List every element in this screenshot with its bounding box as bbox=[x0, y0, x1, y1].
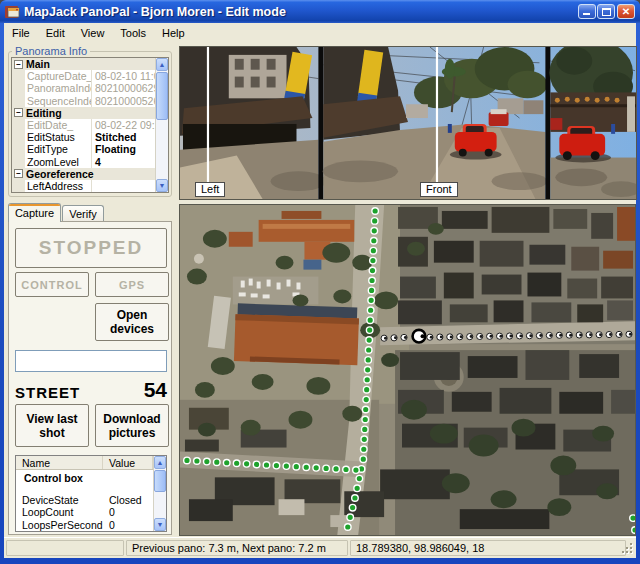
menu-item-edit[interactable]: Edit bbox=[38, 23, 73, 43]
property-category-editing[interactable]: −Editing bbox=[12, 107, 155, 119]
property-row-sequenceindex[interactable]: SequenceIndex80210000526 bbox=[12, 95, 155, 107]
route-upcoming-branch-dot[interactable] bbox=[313, 465, 320, 472]
menu-item-help[interactable]: Help bbox=[154, 23, 193, 43]
route-upcoming-branch-dot[interactable] bbox=[283, 463, 290, 470]
maximize-button[interactable] bbox=[597, 4, 615, 19]
route-upcoming-vertical-dot[interactable] bbox=[367, 307, 374, 314]
route-upcoming-vertical-dot[interactable] bbox=[364, 376, 371, 383]
route-captured-right-dot[interactable] bbox=[477, 333, 483, 339]
route-upcoming-vertical-dot[interactable] bbox=[362, 416, 369, 423]
route-upcoming-vertical-dot[interactable] bbox=[372, 208, 379, 215]
route-upcoming-vertical-dot[interactable] bbox=[362, 406, 369, 413]
route-upcoming-vertical-dot[interactable] bbox=[365, 357, 372, 364]
download-pictures-button[interactable]: Download pictures bbox=[95, 404, 169, 447]
route-upcoming-branch-dot[interactable] bbox=[333, 466, 340, 473]
route-captured-right-dot[interactable] bbox=[487, 333, 493, 339]
route-captured-right-dot[interactable] bbox=[427, 334, 433, 340]
route-upcoming-vertical-dot[interactable] bbox=[368, 297, 375, 304]
route-captured-right-dot[interactable] bbox=[616, 331, 622, 337]
route-captured-right-dot[interactable] bbox=[576, 332, 582, 338]
route-upcoming-vertical-dot[interactable] bbox=[363, 396, 370, 403]
current-pano-marker-dot[interactable] bbox=[413, 330, 426, 343]
route-upcoming-branch-dot[interactable] bbox=[204, 458, 211, 465]
property-grid[interactable]: −MainCaptureDate_08-02-10 11:08:19Panora… bbox=[11, 57, 169, 193]
route-upcoming-vertical-dot[interactable] bbox=[347, 514, 354, 521]
property-value[interactable]: 4 bbox=[92, 156, 155, 168]
route-upcoming-vertical-dot[interactable] bbox=[367, 317, 374, 324]
route-upcoming-vertical-dot[interactable] bbox=[370, 247, 377, 254]
route-upcoming-vertical-dot[interactable] bbox=[361, 436, 368, 443]
route-upcoming-branch-dot[interactable] bbox=[253, 461, 260, 468]
route-upcoming-vertical-dot[interactable] bbox=[361, 426, 368, 433]
collapse-icon[interactable]: − bbox=[14, 108, 23, 117]
route-upcoming-vertical-dot[interactable] bbox=[344, 524, 351, 531]
route-upcoming-branch-dot[interactable] bbox=[214, 459, 221, 466]
menu-item-tools[interactable]: Tools bbox=[112, 23, 154, 43]
stopped-button[interactable]: STOPPED bbox=[15, 228, 167, 268]
property-row-editdate[interactable]: EditDate_08-02-22 09:14:59 bbox=[12, 119, 155, 131]
route-captured-right-dot[interactable] bbox=[516, 333, 522, 339]
route-upcoming-branch-dot[interactable] bbox=[323, 465, 330, 472]
route-edge-dot[interactable] bbox=[630, 515, 635, 522]
route-captured-right-dot[interactable] bbox=[596, 332, 602, 338]
route-upcoming-vertical-dot[interactable] bbox=[365, 347, 372, 354]
route-upcoming-branch-dot[interactable] bbox=[243, 461, 250, 468]
property-value[interactable]: 08-02-10 11:08:19 bbox=[92, 70, 155, 82]
route-captured-right-dot[interactable] bbox=[586, 332, 592, 338]
route-upcoming-vertical-dot[interactable] bbox=[369, 267, 376, 274]
route-captured-left-dot[interactable] bbox=[401, 334, 407, 340]
column-header-name[interactable]: Name bbox=[16, 456, 103, 469]
route-captured-right-dot[interactable] bbox=[467, 334, 473, 340]
view-last-shot-button[interactable]: View last shot bbox=[15, 404, 89, 447]
property-grid-scrollbar[interactable]: ▲ ▼ bbox=[155, 58, 168, 192]
scrollbar-thumb[interactable] bbox=[156, 72, 168, 120]
route-captured-right-dot[interactable] bbox=[457, 334, 463, 340]
route-upcoming-vertical-dot[interactable] bbox=[371, 218, 378, 225]
table-row-devicestate[interactable]: DeviceStateClosed bbox=[16, 494, 153, 507]
route-upcoming-vertical-dot[interactable] bbox=[349, 504, 356, 511]
scrollbar-thumb[interactable] bbox=[154, 470, 166, 492]
table-row-control-box[interactable]: Control box bbox=[16, 472, 153, 485]
device-table-scrollbar[interactable]: ▲ ▼ bbox=[153, 456, 166, 531]
column-header-value[interactable]: Value bbox=[103, 456, 153, 469]
route-upcoming-branch-dot[interactable] bbox=[343, 466, 350, 473]
route-upcoming-branch-dot[interactable] bbox=[233, 460, 240, 467]
route-upcoming-vertical-dot[interactable] bbox=[369, 277, 376, 284]
route-upcoming-branch-dot[interactable] bbox=[353, 467, 360, 474]
route-captured-right-dot[interactable] bbox=[447, 334, 453, 340]
scroll-up-icon[interactable]: ▲ bbox=[156, 58, 168, 71]
menu-item-view[interactable]: View bbox=[73, 23, 113, 43]
property-row-edittype[interactable]: EditTypeFloating bbox=[12, 143, 155, 155]
property-value[interactable]: 80210000526 bbox=[92, 95, 155, 107]
route-captured-left-dot[interactable] bbox=[381, 335, 387, 341]
property-value[interactable]: 80210000629 bbox=[92, 82, 155, 94]
route-upcoming-vertical-dot[interactable] bbox=[360, 456, 367, 463]
menu-item-file[interactable]: File bbox=[4, 23, 38, 43]
route-upcoming-branch-dot[interactable] bbox=[263, 462, 270, 469]
route-captured-right-dot[interactable] bbox=[526, 333, 532, 339]
route-captured-right-dot[interactable] bbox=[437, 334, 443, 340]
property-category-georeference[interactable]: −Georeference bbox=[12, 168, 155, 180]
route-upcoming-vertical-dot[interactable] bbox=[363, 386, 370, 393]
scroll-up-icon[interactable]: ▲ bbox=[154, 456, 166, 469]
route-upcoming-vertical-dot[interactable] bbox=[366, 337, 373, 344]
property-value[interactable]: Stitched bbox=[92, 131, 155, 143]
route-upcoming-branch-dot[interactable] bbox=[293, 463, 300, 470]
route-upcoming-vertical-dot[interactable] bbox=[366, 327, 373, 334]
route-captured-right-dot[interactable] bbox=[566, 332, 572, 338]
route-upcoming-vertical-dot[interactable] bbox=[356, 475, 363, 482]
route-upcoming-vertical-dot[interactable] bbox=[364, 367, 371, 374]
map-view[interactable] bbox=[179, 204, 636, 536]
panorama-strip[interactable]: Left Front bbox=[179, 46, 637, 200]
route-upcoming-branch-dot[interactable] bbox=[223, 459, 230, 466]
gps-button[interactable]: GPS bbox=[95, 272, 169, 297]
collapse-icon[interactable]: − bbox=[14, 60, 23, 69]
route-upcoming-branch-dot[interactable] bbox=[273, 462, 280, 469]
tab-capture[interactable]: Capture bbox=[8, 203, 61, 222]
tab-verify[interactable]: Verify bbox=[62, 205, 104, 222]
close-button[interactable]: ✕ bbox=[617, 4, 635, 19]
property-row-zoomlevel[interactable]: ZoomLevel4 bbox=[12, 156, 155, 168]
collapse-icon[interactable]: − bbox=[14, 169, 23, 178]
route-captured-right-dot[interactable] bbox=[556, 332, 562, 338]
open-devices-button[interactable]: Open devices bbox=[95, 303, 169, 341]
